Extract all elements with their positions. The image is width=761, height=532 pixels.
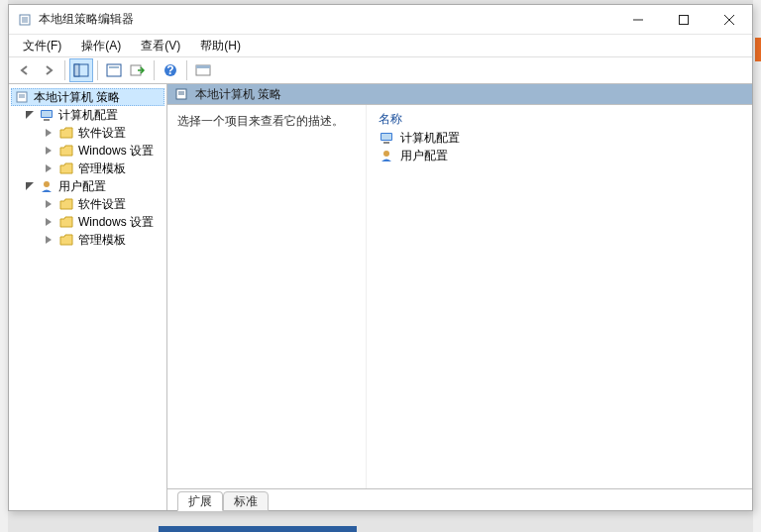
tree-software-settings-1[interactable]: 软件设置 — [11, 124, 164, 142]
menu-file[interactable]: 文件(F) — [15, 36, 69, 56]
maximize-button[interactable] — [661, 5, 707, 35]
tab-extended[interactable]: 扩展 — [177, 491, 223, 511]
policy-icon — [14, 89, 30, 105]
description-text: 选择一个项目来查看它的描述。 — [177, 114, 344, 128]
user-icon — [379, 148, 394, 163]
tree-root-label: 本地计算机 策略 — [34, 89, 120, 106]
expander-icon[interactable] — [45, 128, 54, 138]
expander-icon[interactable] — [45, 199, 54, 209]
close-button[interactable] — [707, 5, 752, 35]
view-tabs: 扩展 标准 — [167, 488, 752, 510]
svg-rect-28 — [381, 134, 391, 140]
tree-label: 计算机配置 — [58, 107, 118, 124]
expander-icon[interactable] — [45, 235, 54, 245]
toolbar: ? — [9, 56, 752, 84]
list-item-computer[interactable]: 计算机配置 — [375, 129, 744, 147]
expander-icon[interactable] — [25, 181, 35, 191]
svg-rect-16 — [196, 65, 210, 68]
forward-button[interactable] — [37, 58, 60, 82]
folder-icon — [58, 125, 74, 141]
folder-icon — [58, 196, 74, 212]
app-icon — [17, 12, 33, 28]
export-list-button[interactable] — [126, 58, 150, 82]
tree-label: 用户配置 — [58, 178, 106, 195]
menubar: 文件(F) 操作(A) 查看(V) 帮助(H) — [9, 35, 752, 56]
menu-view[interactable]: 查看(V) — [133, 36, 188, 56]
properties-button[interactable] — [102, 58, 126, 82]
content-header-title: 本地计算机 策略 — [195, 86, 281, 103]
expander-icon[interactable] — [45, 217, 54, 227]
back-button[interactable] — [13, 58, 37, 82]
filter-button[interactable] — [191, 58, 215, 82]
tree-admin-templates-1[interactable]: 管理模板 — [11, 160, 164, 177]
description-pane: 选择一个项目来查看它的描述。 — [167, 105, 366, 488]
svg-rect-21 — [42, 111, 52, 117]
list-header[interactable]: 名称 — [375, 109, 744, 129]
expander-icon[interactable] — [25, 110, 35, 120]
folder-icon — [58, 232, 74, 248]
window-title: 本地组策略编辑器 — [39, 11, 134, 28]
tree-windows-settings-1[interactable]: Windows 设置 — [11, 142, 164, 160]
column-name[interactable]: 名称 — [375, 111, 406, 128]
expander-icon[interactable] — [45, 146, 54, 156]
svg-rect-5 — [680, 15, 689, 24]
expander-icon[interactable] — [45, 163, 54, 173]
tree-label: 软件设置 — [78, 125, 126, 142]
tree-root[interactable]: 本地计算机 策略 — [11, 88, 164, 106]
tree-computer-config[interactable]: 计算机配置 — [11, 106, 164, 124]
tab-standard[interactable]: 标准 — [223, 491, 269, 511]
tree-user-config[interactable]: 用户配置 — [11, 177, 164, 195]
console-tree[interactable]: 本地计算机 策略 计算机配置 软件设置 Windows 设置 — [9, 84, 167, 510]
svg-rect-9 — [74, 64, 79, 76]
tree-admin-templates-2[interactable]: 管理模板 — [11, 231, 164, 249]
tree-label: Windows 设置 — [78, 214, 154, 231]
content-header: 本地计算机 策略 — [167, 84, 752, 104]
svg-rect-29 — [383, 142, 389, 144]
tree-label: 软件设置 — [78, 196, 126, 213]
folder-icon — [58, 143, 74, 159]
show-hide-tree-button[interactable] — [69, 58, 93, 82]
menu-action[interactable]: 操作(A) — [73, 36, 129, 56]
menu-help[interactable]: 帮助(H) — [192, 36, 249, 56]
gpedit-window: 本地组策略编辑器 文件(F) 操作(A) 查看(V) 帮助(H) — [8, 4, 753, 511]
tree-label: Windows 设置 — [78, 143, 154, 160]
help-button[interactable]: ? — [159, 58, 182, 82]
svg-rect-10 — [107, 64, 121, 76]
folder-icon — [58, 160, 74, 176]
svg-text:?: ? — [166, 63, 173, 77]
tree-label: 管理模板 — [78, 160, 126, 177]
tree-windows-settings-2[interactable]: Windows 设置 — [11, 213, 164, 231]
tree-label: 管理模板 — [78, 232, 126, 249]
titlebar: 本地组策略编辑器 — [9, 5, 752, 35]
list-pane[interactable]: 名称 计算机配置 用户配置 — [366, 105, 752, 488]
list-item-user[interactable]: 用户配置 — [375, 147, 744, 164]
svg-rect-22 — [44, 119, 50, 121]
computer-icon — [379, 130, 394, 146]
list-item-label: 计算机配置 — [400, 130, 460, 147]
svg-point-30 — [383, 151, 389, 157]
tree-software-settings-2[interactable]: 软件设置 — [11, 195, 164, 213]
folder-icon — [58, 214, 74, 230]
computer-icon — [39, 107, 54, 123]
minimize-button[interactable] — [615, 5, 661, 35]
list-item-label: 用户配置 — [400, 148, 448, 164]
policy-icon — [173, 86, 189, 102]
svg-rect-11 — [109, 66, 119, 68]
svg-point-23 — [44, 181, 50, 187]
user-icon — [39, 178, 54, 194]
